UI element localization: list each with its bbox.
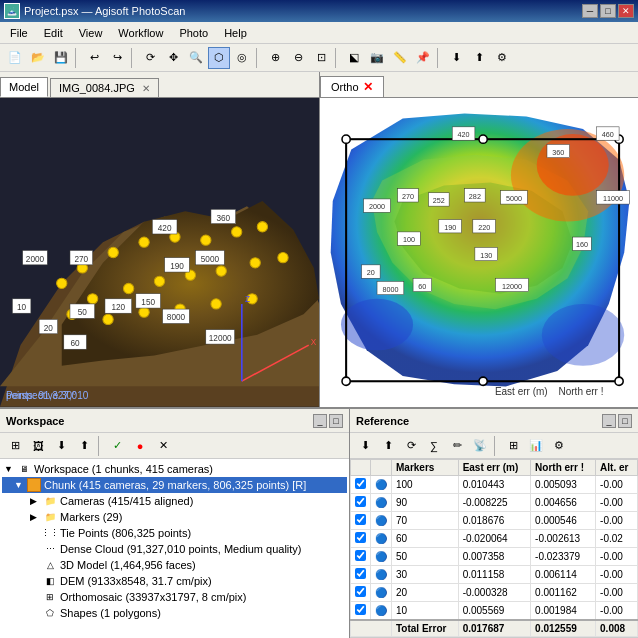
minimize-button[interactable]: ─ (582, 4, 598, 18)
row-checkbox[interactable] (355, 568, 366, 579)
row-flag-cell: 🔵 (371, 548, 392, 566)
tree-ortho[interactable]: ⊞ Orthomosaic (33937x31797, 8 cm/pix) (2, 589, 347, 605)
row-checkbox-cell[interactable] (351, 566, 371, 584)
table-row[interactable]: 🔵 60 -0.020064 -0.002613 -0.02 (351, 530, 638, 548)
ws-add-chunk[interactable]: ⊞ (4, 435, 26, 457)
col-east[interactable]: East err (m) (458, 460, 530, 476)
ref-import[interactable]: ⬇ (354, 435, 376, 457)
col-alt[interactable]: Alt. er (596, 460, 638, 476)
reference-restore[interactable]: □ (618, 414, 632, 428)
redo-button[interactable]: ↪ (106, 47, 128, 69)
menu-photo[interactable]: Photo (171, 25, 216, 41)
new-button[interactable]: 📄 (4, 47, 26, 69)
menu-view[interactable]: View (71, 25, 111, 41)
table-row[interactable]: 🔵 10 0.005569 0.001984 -0.00 (351, 602, 638, 621)
view-button[interactable]: ⬕ (343, 47, 365, 69)
ortho-viewport[interactable]: 420 460 360 2000 270 252 282 5000 (320, 98, 638, 407)
menu-workflow[interactable]: Workflow (110, 25, 171, 41)
table-row[interactable]: 🔵 30 0.011158 0.006114 -0.00 (351, 566, 638, 584)
tree-dem[interactable]: ◧ DEM (9133x8548, 31.7 cm/pix) (2, 573, 347, 589)
zoom-in-button[interactable]: ⊕ (264, 47, 286, 69)
reference-minimize[interactable]: _ (602, 414, 616, 428)
menu-help[interactable]: Help (216, 25, 255, 41)
col-north[interactable]: North err ! (531, 460, 596, 476)
tree-markers[interactable]: ▶ 📁 Markers (29) (2, 509, 347, 525)
row-checkbox-cell[interactable] (351, 494, 371, 512)
row-checkbox-cell[interactable] (351, 476, 371, 494)
ref-calc[interactable]: ∑ (423, 435, 445, 457)
tree-shapes[interactable]: ⬠ Shapes (1 polygons) (2, 605, 347, 621)
zoom-button[interactable]: 🔍 (185, 47, 207, 69)
table-row[interactable]: 🔵 50 0.007358 -0.023379 -0.00 (351, 548, 638, 566)
ref-settings[interactable]: ⚙ (548, 435, 570, 457)
camera-button[interactable]: 📷 (366, 47, 388, 69)
zoom-out-button[interactable]: ⊖ (287, 47, 309, 69)
menu-file[interactable]: File (2, 25, 36, 41)
tab-image[interactable]: IMG_0084.JPG ✕ (50, 78, 159, 97)
tab-model[interactable]: Model (0, 77, 48, 97)
marker-button[interactable]: 📌 (412, 47, 434, 69)
table-row[interactable]: 🔵 20 -0.000328 0.001162 -0.00 (351, 584, 638, 602)
tree-tiepoints[interactable]: ⋮⋮ Tie Points (806,325 points) (2, 525, 347, 541)
tree-chunk[interactable]: ▼ Chunk (415 cameras, 29 markers, 806,32… (2, 477, 347, 493)
root-label: Workspace (1 chunks, 415 cameras) (34, 463, 213, 475)
ref-phone[interactable]: 📡 (469, 435, 491, 457)
row-checkbox-cell[interactable] (351, 602, 371, 621)
tree-densecloud[interactable]: ⋯ Dense Cloud (91,327,010 points, Medium… (2, 541, 347, 557)
ref-grid[interactable]: ⊞ (502, 435, 524, 457)
col-markers[interactable]: Markers (392, 460, 459, 476)
row-checkbox-cell[interactable] (351, 530, 371, 548)
ws-clear[interactable]: ✕ (152, 435, 174, 457)
menu-edit[interactable]: Edit (36, 25, 71, 41)
ortho-tab-close[interactable]: ✕ (363, 80, 373, 94)
ws-export[interactable]: ⬆ (73, 435, 95, 457)
ruler-button[interactable]: 📏 (389, 47, 411, 69)
save-button[interactable]: 💾 (50, 47, 72, 69)
undo-button[interactable]: ↩ (83, 47, 105, 69)
export-button[interactable]: ⬆ (468, 47, 490, 69)
row-checkbox-cell[interactable] (351, 584, 371, 602)
model-viewport[interactable]: 420 360 2000 270 190 5000 10 (0, 98, 319, 407)
ref-edit[interactable]: ✏ (446, 435, 468, 457)
cameras-icon: 📁 (43, 494, 57, 508)
table-row[interactable]: 🔵 70 0.018676 0.000546 -0.00 (351, 512, 638, 530)
ws-import[interactable]: ⬇ (50, 435, 72, 457)
row-checkbox[interactable] (355, 496, 366, 507)
row-checkbox[interactable] (355, 586, 366, 597)
ref-update[interactable]: ⟳ (400, 435, 422, 457)
import-button[interactable]: ⬇ (445, 47, 467, 69)
row-checkbox[interactable] (355, 550, 366, 561)
rotate-button[interactable]: ⟳ (139, 47, 161, 69)
close-button[interactable]: ✕ (618, 4, 634, 18)
row-checkbox[interactable] (355, 532, 366, 543)
tab-ortho[interactable]: Ortho ✕ (320, 76, 384, 97)
row-checkbox[interactable] (355, 478, 366, 489)
ref-chart[interactable]: 📊 (525, 435, 547, 457)
ws-delete[interactable]: ● (129, 435, 151, 457)
ws-activate[interactable]: ✓ (106, 435, 128, 457)
row-checkbox-cell[interactable] (351, 512, 371, 530)
tree-cameras[interactable]: ▶ 📁 Cameras (415/415 aligned) (2, 493, 347, 509)
fit-button[interactable]: ⊡ (310, 47, 332, 69)
open-button[interactable]: 📂 (27, 47, 49, 69)
table-row[interactable]: 🔵 100 0.010443 0.005093 -0.00 (351, 476, 638, 494)
workspace-minimize[interactable]: _ (313, 414, 327, 428)
settings-button[interactable]: ⚙ (491, 47, 513, 69)
row-checkbox[interactable] (355, 604, 366, 615)
workspace-restore[interactable]: □ (329, 414, 343, 428)
point-button[interactable]: ◎ (231, 47, 253, 69)
select-button[interactable]: ⬡ (208, 47, 230, 69)
table-row[interactable]: 🔵 90 -0.008225 0.004656 -0.00 (351, 494, 638, 512)
maximize-button[interactable]: □ (600, 4, 616, 18)
ref-export[interactable]: ⬆ (377, 435, 399, 457)
tree-model[interactable]: △ 3D Model (1,464,956 faces) (2, 557, 347, 573)
row-checkbox[interactable] (355, 514, 366, 525)
pan-button[interactable]: ✥ (162, 47, 184, 69)
row-checkbox-cell[interactable] (351, 548, 371, 566)
svg-text:X: X (311, 338, 317, 347)
svg-text:2000: 2000 (26, 255, 45, 264)
ws-add-photos[interactable]: 🖼 (27, 435, 49, 457)
tree-root[interactable]: ▼ 🖥 Workspace (1 chunks, 415 cameras) (2, 461, 347, 477)
svg-text:420: 420 (458, 130, 470, 139)
tab-image-close[interactable]: ✕ (142, 83, 150, 94)
